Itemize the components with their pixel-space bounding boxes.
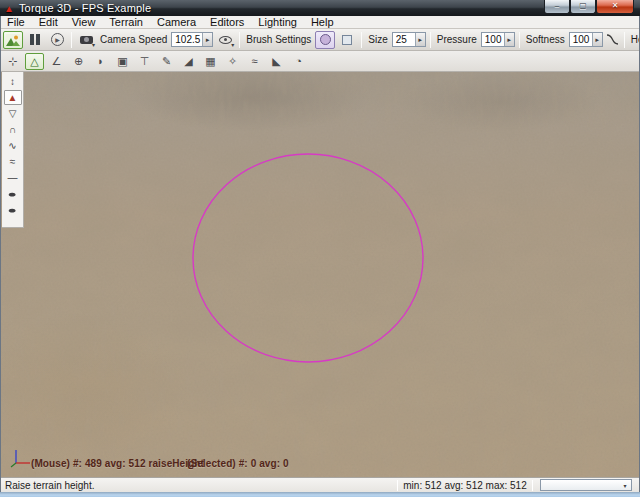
sketch-tool-icon: ◗: [97, 56, 104, 67]
tool-road-path-editor[interactable]: ◣: [267, 53, 286, 70]
tool-forest-editor[interactable]: ✎: [157, 53, 176, 70]
chevron-down-icon: ▾: [92, 42, 95, 48]
menu-item-edit[interactable]: Edit: [32, 16, 65, 29]
statusbar-dropdown[interactable]: ▾: [540, 479, 632, 491]
pressure-value[interactable]: 100: [482, 33, 504, 46]
spinner-icon[interactable]: ►: [415, 33, 425, 46]
chevron-down-icon: ▾: [231, 42, 234, 48]
camera-speed-value[interactable]: 102.5: [172, 33, 202, 46]
world-editor-button[interactable]: [3, 31, 23, 49]
pressure-input[interactable]: 100 ►: [481, 32, 515, 47]
window-left-edge: [0, 16, 1, 492]
window-bottom-edge: [0, 492, 640, 497]
smooth-slope-icon: ∿: [8, 141, 16, 151]
forest-editor-icon: ✎: [162, 56, 171, 67]
camera-menu-button[interactable]: ▾: [76, 31, 96, 49]
tool-set-height[interactable]: ●: [4, 186, 22, 201]
spinner-icon[interactable]: ►: [592, 33, 602, 46]
close-button[interactable]: ✕: [596, 0, 634, 14]
tool-mesh-road-editor[interactable]: ◢: [179, 53, 198, 70]
tool-decal-editor[interactable]: ⊤: [135, 53, 154, 70]
toggle-panels-button[interactable]: [25, 31, 45, 49]
visibility-button[interactable]: ▾: [215, 31, 235, 49]
terrain-viewport[interactable]: (Mouse) #: 489 avg: 512 raiseHeight (Sel…: [1, 72, 639, 477]
selected-status-text: (Selected) #: 0 avg: 0: [187, 458, 289, 469]
size-label: Size: [368, 34, 387, 45]
tool-terrain-editor[interactable]: △: [25, 53, 44, 70]
softness-input[interactable]: 100 ►: [569, 32, 603, 47]
paint-noise-icon: ≈: [10, 157, 16, 167]
eye-icon: [219, 36, 232, 44]
tool-particle-editor[interactable]: ✧: [223, 53, 242, 70]
size-input[interactable]: 25 ►: [392, 32, 426, 47]
tool-object-editor[interactable]: ⊹: [3, 53, 22, 70]
menu-item-view[interactable]: View: [65, 16, 103, 29]
size-value[interactable]: 25: [393, 33, 415, 46]
window-title: Torque 3D - FPS Example: [19, 2, 151, 14]
set-height-icon: ●: [8, 189, 18, 198]
lower-height-icon: ▽: [9, 109, 17, 119]
terrain-editor-icon: △: [30, 56, 38, 67]
play-game-button[interactable]: ▶: [47, 31, 67, 49]
terrain-stats: min: 512 avg: 512 max: 512: [401, 480, 529, 491]
terrain-texture: [1, 72, 639, 477]
tool-shape-editor[interactable]: ◔: [289, 53, 308, 70]
tool-smooth-slope[interactable]: ∿: [4, 138, 22, 153]
softness-value[interactable]: 100: [570, 33, 592, 46]
main-toolbar: ▶ ▾ Camera Speed 102.5 ► ▾ Brush Setting…: [0, 29, 640, 51]
title-bar[interactable]: ▲ Torque 3D - FPS Example – ▢ ✕: [0, 0, 640, 16]
material-editor-icon: ⊕: [74, 56, 83, 67]
tool-river-editor[interactable]: ≈: [245, 53, 264, 70]
status-bar: Raise terrain height. min: 512 avg: 512 …: [0, 477, 640, 492]
tool-paint-noise[interactable]: ≈: [4, 154, 22, 169]
tool-sketch[interactable]: ◗: [91, 53, 110, 70]
particle-editor-icon: ✧: [228, 56, 237, 67]
tool-raise-height[interactable]: ▲: [4, 90, 22, 105]
menu-item-help[interactable]: Help: [304, 16, 341, 29]
tool-terrain-painter[interactable]: ∠: [47, 53, 66, 70]
road-path-editor-icon: ◣: [272, 56, 280, 67]
menu-bar: File Edit View Terrain Camera Editors Li…: [0, 16, 640, 29]
statusbar-separator: [532, 480, 533, 491]
softness-curve-icon[interactable]: [605, 33, 620, 46]
toolbar-separator: [239, 32, 240, 48]
editors-toolbar: ⊹ △ ∠ ⊕ ◗ ▣ ⊤ ✎ ◢ ▦ ✧ ≈ ◣ ◔: [0, 51, 640, 72]
decal-editor-icon: ⊤: [140, 56, 150, 67]
menu-item-terrain[interactable]: Terrain: [102, 16, 150, 29]
play-icon: ▶: [51, 33, 64, 46]
spinner-icon[interactable]: ►: [202, 33, 212, 46]
square-brush-icon: [342, 35, 352, 45]
tool-mission-area-editor[interactable]: ▦: [201, 53, 220, 70]
menu-item-lighting[interactable]: Lighting: [251, 16, 304, 29]
chevron-down-icon: ▾: [619, 482, 631, 489]
menu-item-editors[interactable]: Editors: [203, 16, 251, 29]
camera-speed-label: Camera Speed: [100, 34, 167, 45]
minimize-button[interactable]: –: [544, 0, 570, 14]
tool-datablock-editor[interactable]: ▣: [113, 53, 132, 70]
menu-item-camera[interactable]: Camera: [150, 16, 203, 29]
toolbar-separator: [624, 32, 625, 48]
river-editor-icon: ≈: [251, 56, 257, 67]
app-window: ▲ Torque 3D - FPS Example – ▢ ✕ File Edi…: [0, 0, 640, 497]
tool-smooth[interactable]: ∩: [4, 122, 22, 137]
softness-label: Softness: [526, 34, 565, 45]
tool-grab-terrain[interactable]: ↕: [4, 74, 22, 89]
tool-clear-terrain[interactable]: ●: [4, 202, 22, 217]
tool-flatten[interactable]: ―: [4, 170, 22, 185]
smooth-icon: ∩: [9, 125, 16, 135]
brush-settings-label: Brush Settings: [246, 34, 311, 45]
status-message: Raise terrain height.: [0, 480, 394, 491]
tool-lower-height[interactable]: ▽: [4, 106, 22, 121]
camera-speed-input[interactable]: 102.5 ►: [171, 32, 213, 47]
circle-brush-button[interactable]: [315, 31, 335, 49]
menu-item-file[interactable]: File: [0, 16, 32, 29]
toolbar-separator: [430, 32, 431, 48]
shape-editor-icon: ◔: [295, 56, 302, 67]
tool-material-editor[interactable]: ⊕: [69, 53, 88, 70]
mesh-road-editor-icon: ◢: [184, 56, 192, 67]
grab-terrain-icon: ↕: [10, 77, 15, 87]
maximize-button[interactable]: ▢: [570, 0, 596, 14]
raise-height-icon: ▲: [8, 93, 18, 103]
spinner-icon[interactable]: ►: [504, 33, 514, 46]
square-brush-button[interactable]: [337, 31, 357, 49]
